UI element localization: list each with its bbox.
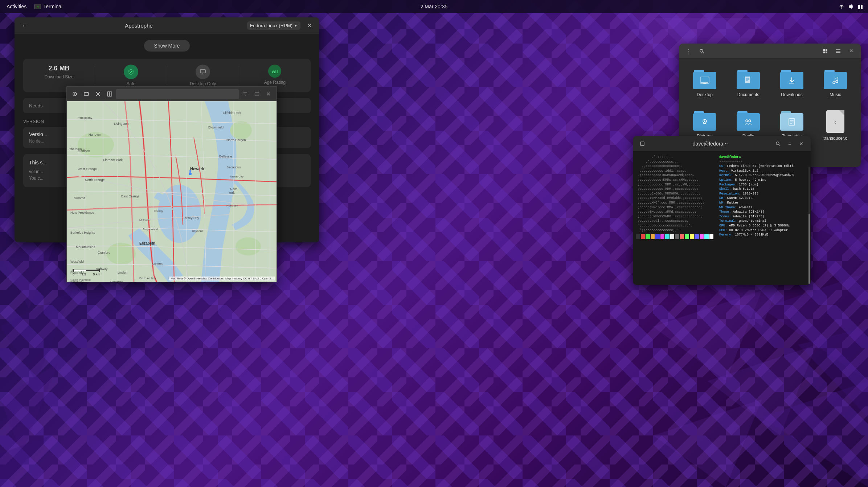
svg-point-82 — [230, 121, 252, 139]
file-item-downloads[interactable]: Downloads — [774, 66, 810, 100]
svg-rect-33 — [823, 52, 825, 53]
download-size-value: 2.6 MB — [49, 65, 70, 72]
map-close-button[interactable]: ✕ — [263, 89, 274, 99]
svg-text:Linden: Linden — [118, 271, 127, 274]
platform-label: Desktop Only — [190, 81, 216, 86]
svg-text:North Orange: North Orange — [85, 178, 105, 182]
terminal-scrollbar[interactable] — [808, 167, 810, 284]
svg-text:East Orange: East Orange — [121, 195, 140, 198]
file-item-documents[interactable]: Documents — [730, 66, 766, 100]
file-item-desktop[interactable]: Desktop — [687, 66, 723, 100]
svg-text:Westfield: Westfield — [70, 260, 84, 263]
svg-point-127 — [776, 142, 779, 145]
network-icon[interactable] — [838, 3, 845, 10]
terminal-info-terminal: Terminal: gnome-terminal — [719, 219, 808, 224]
terminal-search-button[interactable] — [773, 139, 783, 149]
fm-menu-button[interactable]: ⋮ — [684, 46, 694, 56]
svg-text:Parsippany: Parsippany — [78, 116, 92, 119]
terminal-close-button[interactable]: ✕ — [796, 139, 806, 149]
map-nav-button-4[interactable] — [105, 89, 115, 99]
color-swatch-0 — [636, 234, 640, 239]
svg-text:Secaucus: Secaucus — [226, 165, 241, 169]
svg-text:Cranford: Cranford — [98, 251, 110, 254]
color-swatch-6 — [665, 234, 670, 239]
file-item-music[interactable]: Music — [817, 66, 853, 100]
map-filter-button[interactable] — [240, 89, 250, 99]
svg-text:New Providence: New Providence — [70, 211, 94, 214]
svg-text:Livingston: Livingston — [114, 122, 129, 126]
apostrophe-title: Apostrophe — [33, 22, 244, 29]
file-name-downloads: Downloads — [781, 92, 802, 97]
terminal-info-shell: Shell: bash 5.1.16 — [719, 187, 808, 192]
activities-button[interactable]: Activities — [4, 3, 29, 10]
color-swatch-15 — [709, 234, 714, 239]
divider-1 — [95, 66, 95, 85]
map-attribution: Map data © OpenStreetMap Contributors, M… — [169, 277, 275, 281]
terminal-menu-button[interactable]: ≡ — [785, 139, 795, 149]
terminal-info-gpu: GPU: 00:02.0 VMware SVGA II Adapter — [719, 228, 808, 233]
map-search-input[interactable] — [116, 89, 239, 99]
map-nav-button-3[interactable] — [93, 89, 103, 99]
svg-text:Kearny: Kearny — [154, 209, 163, 213]
svg-text:Piscataway: Piscataway — [69, 280, 83, 282]
fm-close-button[interactable]: ✕ — [846, 46, 856, 56]
topbar-datetime[interactable]: 2 Mar 20:35 — [421, 4, 448, 9]
svg-text:Carteret: Carteret — [152, 262, 163, 265]
download-size-label: Download Size — [45, 74, 74, 79]
file-icon-transducer: C — [826, 110, 844, 133]
svg-rect-27 — [858, 7, 860, 9]
svg-line-50 — [835, 78, 838, 78]
file-manager-titlebar: ⋮ ✕ — [679, 44, 861, 59]
svg-point-54 — [746, 120, 748, 122]
color-swatch-11 — [690, 234, 694, 239]
distro-selector[interactable]: Fedora Linux (RPM) ▼ — [247, 21, 300, 30]
topbar-app[interactable]: Terminal — [34, 4, 62, 9]
terminal-info-de: DE: GNOME 42.beta — [719, 196, 808, 201]
svg-marker-24 — [849, 4, 852, 9]
map-content[interactable]: Hanover Clifside Park Livingston Bloomfi… — [67, 101, 277, 282]
fm-list-view-button[interactable] — [833, 46, 843, 56]
svg-rect-126 — [640, 142, 644, 146]
svg-text:Hoboken: Hoboken — [226, 204, 238, 207]
volume-icon[interactable] — [848, 3, 854, 10]
svg-rect-26 — [861, 5, 863, 7]
svg-rect-31 — [823, 49, 825, 51]
svg-text:Clifside Park: Clifside Park — [223, 111, 241, 115]
svg-point-29 — [700, 49, 703, 52]
svg-rect-32 — [826, 49, 827, 51]
svg-text:Bloomfield: Bloomfield — [208, 126, 224, 129]
svg-point-84 — [236, 237, 261, 255]
terminal-info-cpu: CPU: AMD Ryzen 5 3600 (2) @ 3.599GHz — [719, 224, 808, 228]
safety-card: Safe — [101, 65, 161, 86]
apostrophe-close-button[interactable]: ✕ — [303, 20, 315, 32]
terminal-maximize-button[interactable] — [637, 139, 647, 149]
fm-grid-view-button[interactable] — [820, 46, 830, 56]
fm-search-button[interactable] — [697, 46, 707, 56]
topbar-app-name: Terminal — [43, 4, 62, 9]
svg-marker-21 — [0, 363, 58, 454]
folder-icon-templates — [780, 110, 803, 131]
map-nav-button-1[interactable] — [70, 89, 80, 99]
file-item-transducer[interactable]: C transducer.c — [817, 107, 853, 144]
svg-text:Newark: Newark — [190, 167, 205, 171]
system-menu-icon[interactable] — [857, 3, 864, 10]
svg-text:Millburn: Millburn — [139, 218, 150, 222]
distro-label: Fedora Linux (RPM) — [250, 23, 292, 28]
folder-icon-music — [824, 69, 847, 89]
svg-text:Mountainside: Mountainside — [76, 245, 95, 249]
svg-rect-34 — [826, 52, 827, 53]
apostrophe-back-button[interactable]: ← — [19, 20, 30, 32]
terminal-app-icon — [34, 4, 41, 9]
folder-icon-desktop — [693, 69, 716, 89]
color-swatch-3 — [651, 234, 655, 239]
map-nav-button-2[interactable] — [81, 89, 91, 99]
terminal-info-theme: Theme: Adwaita [GTK2/3] — [719, 210, 808, 214]
map-window: ✕ — [66, 86, 277, 282]
color-swatch-9 — [680, 234, 684, 239]
show-more-button[interactable]: Show More — [144, 40, 190, 52]
map-titlebar: ✕ — [67, 87, 277, 101]
map-menu-button[interactable] — [252, 89, 262, 99]
terminal-body: .',;;;;;,'. .',ccccccccccc;,. .,cccccccc… — [633, 151, 811, 285]
terminal-info-wm-theme: WM Theme: Adwaita — [719, 205, 808, 210]
svg-point-47 — [833, 82, 835, 84]
